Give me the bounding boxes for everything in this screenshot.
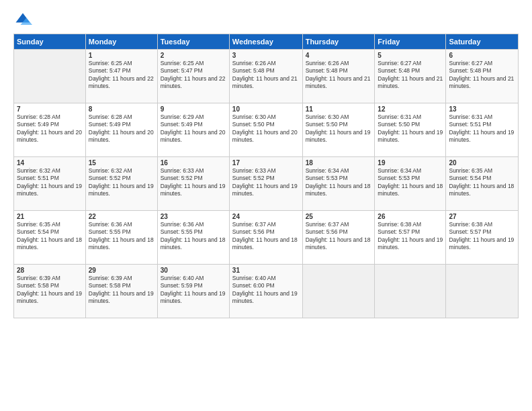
day-info: Sunrise: 6:40 AMSunset: 5:59 PMDaylight:… — [161, 275, 226, 306]
calendar-week-1: 1Sunrise: 6:25 AMSunset: 5:47 PMDaylight… — [14, 50, 519, 103]
sunset-text: Sunset: 5:59 PM — [161, 282, 226, 289]
day-info: Sunrise: 6:28 AMSunset: 5:49 PMDaylight:… — [17, 113, 83, 144]
sunrise-text: Sunrise: 6:33 AM — [161, 167, 226, 175]
day-info: Sunrise: 6:33 AMSunset: 5:52 PMDaylight:… — [232, 167, 300, 198]
day-info: Sunrise: 6:37 AMSunset: 5:56 PMDaylight:… — [232, 221, 300, 252]
daylight-text: Daylight: 11 hours and 19 minutes. — [378, 236, 443, 252]
sunrise-text: Sunrise: 6:28 AM — [89, 113, 154, 121]
calendar-cell: 17Sunrise: 6:33 AMSunset: 5:52 PMDayligh… — [229, 157, 302, 211]
day-info: Sunrise: 6:36 AMSunset: 5:55 PMDaylight:… — [161, 221, 226, 252]
sunset-text: Sunset: 5:58 PM — [89, 282, 154, 289]
sunrise-text: Sunrise: 6:36 AM — [89, 221, 154, 228]
daylight-text: Daylight: 11 hours and 18 minutes. — [449, 183, 515, 198]
day-number: 14 — [17, 159, 83, 167]
day-number: 23 — [161, 213, 226, 220]
calendar-body: 1Sunrise: 6:25 AMSunset: 5:47 PMDaylight… — [14, 50, 519, 318]
calendar-cell: 29Sunrise: 6:39 AMSunset: 5:58 PMDayligh… — [85, 265, 157, 318]
day-info: Sunrise: 6:34 AMSunset: 5:53 PMDaylight:… — [378, 167, 443, 198]
calendar-week-5: 28Sunrise: 6:39 AMSunset: 5:58 PMDayligh… — [14, 265, 519, 318]
calendar-cell — [375, 265, 446, 318]
day-info: Sunrise: 6:30 AMSunset: 5:50 PMDaylight:… — [232, 113, 300, 144]
daylight-text: Daylight: 11 hours and 20 minutes. — [232, 129, 300, 144]
calendar-cell: 4Sunrise: 6:26 AMSunset: 5:48 PMDaylight… — [302, 50, 375, 103]
calendar-cell: 31Sunrise: 6:40 AMSunset: 6:00 PMDayligh… — [229, 265, 302, 318]
sunrise-text: Sunrise: 6:34 AM — [378, 167, 443, 175]
daylight-text: Daylight: 11 hours and 19 minutes. — [449, 129, 515, 144]
day-info: Sunrise: 6:26 AMSunset: 5:48 PMDaylight:… — [306, 60, 372, 91]
sunrise-text: Sunrise: 6:35 AM — [449, 167, 515, 175]
sunrise-text: Sunrise: 6:32 AM — [89, 167, 154, 175]
day-number: 10 — [232, 105, 300, 113]
calendar-cell: 26Sunrise: 6:38 AMSunset: 5:57 PMDayligh… — [375, 211, 446, 265]
daylight-text: Daylight: 11 hours and 19 minutes. — [306, 129, 372, 144]
day-info: Sunrise: 6:30 AMSunset: 5:50 PMDaylight:… — [306, 113, 372, 144]
daylight-text: Daylight: 11 hours and 18 minutes. — [161, 236, 226, 252]
sunrise-text: Sunrise: 6:40 AM — [232, 275, 300, 282]
calendar-cell: 28Sunrise: 6:39 AMSunset: 5:58 PMDayligh… — [14, 265, 86, 318]
sunrise-text: Sunrise: 6:38 AM — [449, 221, 515, 228]
weekday-header-wednesday: Wednesday — [229, 34, 302, 50]
sunrise-text: Sunrise: 6:35 AM — [17, 221, 83, 228]
sunset-text: Sunset: 5:56 PM — [232, 228, 300, 236]
calendar-cell: 14Sunrise: 6:32 AMSunset: 5:51 PMDayligh… — [14, 157, 86, 211]
sunset-text: Sunset: 5:55 PM — [89, 228, 154, 236]
daylight-text: Daylight: 11 hours and 19 minutes. — [17, 183, 83, 198]
calendar-cell: 24Sunrise: 6:37 AMSunset: 5:56 PMDayligh… — [229, 211, 302, 265]
day-info: Sunrise: 6:32 AMSunset: 5:52 PMDaylight:… — [89, 167, 154, 198]
weekday-header-tuesday: Tuesday — [157, 34, 229, 50]
calendar-cell: 18Sunrise: 6:34 AMSunset: 5:53 PMDayligh… — [302, 157, 375, 211]
sunset-text: Sunset: 5:48 PM — [232, 67, 300, 75]
daylight-text: Daylight: 11 hours and 19 minutes. — [449, 236, 515, 252]
sunrise-text: Sunrise: 6:39 AM — [89, 275, 154, 282]
daylight-text: Daylight: 11 hours and 18 minutes. — [378, 183, 443, 198]
day-number: 26 — [378, 213, 443, 220]
day-info: Sunrise: 6:34 AMSunset: 5:53 PMDaylight:… — [306, 167, 372, 198]
sunset-text: Sunset: 5:52 PM — [89, 175, 154, 182]
day-number: 29 — [89, 267, 154, 274]
daylight-text: Daylight: 11 hours and 22 minutes. — [89, 75, 154, 91]
calendar-cell: 22Sunrise: 6:36 AMSunset: 5:55 PMDayligh… — [85, 211, 157, 265]
sunrise-text: Sunrise: 6:25 AM — [161, 60, 226, 67]
calendar-cell: 25Sunrise: 6:37 AMSunset: 5:56 PMDayligh… — [302, 211, 375, 265]
sunset-text: Sunset: 5:53 PM — [306, 175, 372, 182]
day-number: 5 — [378, 52, 443, 59]
day-info: Sunrise: 6:35 AMSunset: 5:54 PMDaylight:… — [449, 167, 515, 198]
sunset-text: Sunset: 5:47 PM — [161, 67, 226, 75]
day-number: 31 — [232, 267, 300, 274]
daylight-text: Daylight: 11 hours and 19 minutes. — [89, 183, 154, 198]
sunrise-text: Sunrise: 6:33 AM — [232, 167, 300, 175]
sunrise-text: Sunrise: 6:31 AM — [449, 113, 515, 121]
calendar-cell: 7Sunrise: 6:28 AMSunset: 5:49 PMDaylight… — [14, 103, 86, 157]
weekday-header-thursday: Thursday — [302, 34, 375, 50]
calendar-cell: 12Sunrise: 6:31 AMSunset: 5:50 PMDayligh… — [375, 103, 446, 157]
sunrise-text: Sunrise: 6:32 AM — [17, 167, 83, 175]
sunset-text: Sunset: 5:48 PM — [306, 67, 372, 75]
calendar-cell: 11Sunrise: 6:30 AMSunset: 5:50 PMDayligh… — [302, 103, 375, 157]
sunrise-text: Sunrise: 6:26 AM — [232, 60, 300, 67]
sunrise-text: Sunrise: 6:36 AM — [161, 221, 226, 228]
day-info: Sunrise: 6:38 AMSunset: 5:57 PMDaylight:… — [378, 221, 443, 252]
calendar-table: SundayMondayTuesdayWednesdayThursdayFrid… — [13, 34, 519, 318]
weekday-header-row: SundayMondayTuesdayWednesdayThursdayFrid… — [14, 34, 519, 50]
day-number: 6 — [449, 52, 515, 59]
daylight-text: Daylight: 11 hours and 19 minutes. — [17, 290, 83, 306]
daylight-text: Daylight: 11 hours and 18 minutes. — [232, 236, 300, 252]
day-number: 4 — [306, 52, 372, 59]
day-number: 28 — [17, 267, 83, 274]
day-number: 27 — [449, 213, 515, 220]
day-info: Sunrise: 6:36 AMSunset: 5:55 PMDaylight:… — [89, 221, 154, 252]
calendar-cell: 13Sunrise: 6:31 AMSunset: 5:51 PMDayligh… — [446, 103, 519, 157]
sunset-text: Sunset: 5:52 PM — [232, 175, 300, 182]
sunrise-text: Sunrise: 6:30 AM — [306, 113, 372, 121]
sunrise-text: Sunrise: 6:25 AM — [89, 60, 154, 67]
day-number: 3 — [232, 52, 300, 59]
page: SundayMondayTuesdayWednesdayThursdayFrid… — [0, 0, 532, 411]
day-number: 24 — [232, 213, 300, 220]
sunrise-text: Sunrise: 6:27 AM — [449, 60, 515, 67]
sunset-text: Sunset: 5:51 PM — [17, 175, 83, 182]
sunset-text: Sunset: 5:54 PM — [449, 175, 515, 182]
day-number: 25 — [306, 213, 372, 220]
daylight-text: Daylight: 11 hours and 19 minutes. — [161, 290, 226, 306]
logo — [13, 11, 35, 30]
day-info: Sunrise: 6:27 AMSunset: 5:48 PMDaylight:… — [449, 60, 515, 91]
